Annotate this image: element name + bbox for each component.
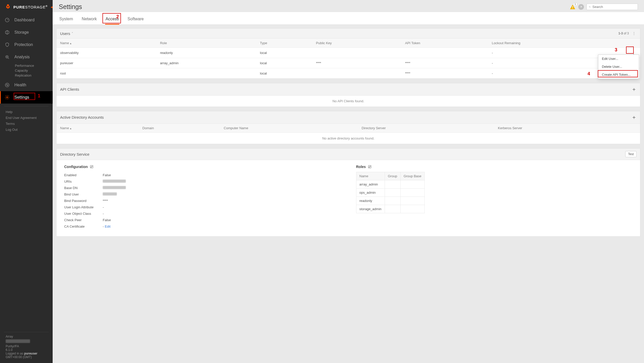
nav-analysis[interactable]: Analysis: [0, 51, 53, 63]
search-box[interactable]: [586, 4, 638, 10]
tab-system[interactable]: System: [59, 15, 73, 24]
array-product: Purity//FA: [6, 345, 47, 348]
api-clients-panel: API Clients ＋ No API Clients found.: [56, 83, 640, 107]
kv-val-redacted: [103, 192, 117, 196]
topbar: Settings 1 ✕: [53, 0, 644, 12]
table-row: array_admin: [356, 180, 425, 189]
svg-rect-5: [572, 6, 573, 8]
nav-storage[interactable]: Storage: [0, 26, 53, 39]
cell-pk: [312, 48, 401, 58]
col-lockout[interactable]: Lockout Remaining: [488, 39, 627, 48]
col-name[interactable]: Name▲: [56, 124, 139, 133]
nav-analysis-subs: Performance Capacity Replication: [0, 63, 53, 79]
users-panel-header: Users ˄ 1-3 of 3 ⋮: [56, 29, 640, 39]
nav-sub-capacity[interactable]: Capacity: [15, 68, 53, 73]
nav-sub-performance[interactable]: Performance: [15, 63, 53, 68]
ca-cert-edit-link[interactable]: Edit: [103, 225, 110, 228]
ds-roles: Roles Name Group Group Base array_admin …: [356, 165, 633, 230]
menu-create-api-token[interactable]: Create API Token... 4: [598, 71, 639, 79]
col-role-groupbase: Group Base: [400, 172, 424, 180]
collapse-caret-icon[interactable]: ˄: [72, 32, 73, 35]
menu-label: Create API Token...: [602, 73, 631, 77]
link-terms[interactable]: Terms: [6, 121, 47, 127]
panel-title: Directory Service: [60, 152, 89, 156]
cell-name: observability: [56, 48, 156, 58]
brand-logo[interactable]: PURESTORAGE® ◀: [0, 0, 53, 14]
search-icon: [589, 5, 591, 9]
search-input[interactable]: [592, 5, 636, 9]
kv-key: Base DN: [64, 186, 103, 190]
alert-icon[interactable]: 1: [570, 4, 576, 10]
users-table: Name▲ Role Type Public Key API Token Loc…: [56, 39, 640, 79]
subheading: Roles: [356, 165, 366, 169]
menu-edit-user[interactable]: Edit User...: [598, 55, 639, 63]
link-logout[interactable]: Log Out: [6, 127, 47, 133]
test-button[interactable]: Test: [625, 151, 637, 157]
panel-title: Users: [60, 31, 70, 36]
edit-icon[interactable]: [90, 165, 93, 169]
col-publickey[interactable]: Public Key: [312, 39, 401, 48]
brand-text: PURESTORAGE®: [13, 5, 48, 9]
col-type[interactable]: Type: [256, 39, 312, 48]
nav-sub-replication[interactable]: Replication: [15, 73, 53, 78]
directory-service-panel: Directory Service Test Configuration Ena…: [56, 148, 640, 237]
panel-more-icon[interactable]: ⋮: [631, 31, 637, 36]
add-api-client-icon[interactable]: ＋: [631, 86, 637, 93]
link-help[interactable]: Help: [6, 109, 47, 115]
table-row: pureuser array_admin local **** **** - ⋮: [56, 58, 640, 68]
cell: readonly: [356, 197, 385, 205]
kv-key: Check Peer: [64, 218, 103, 222]
table-row: root local **** - ⋮: [56, 68, 640, 79]
annotation-num-3: 3: [615, 47, 617, 53]
cell: array_admin: [356, 180, 385, 189]
nav-health[interactable]: Health: [0, 79, 53, 91]
cell-type: local: [256, 48, 312, 58]
cell-token: ****: [402, 68, 488, 79]
table-row: observability readonly local - ⋮ 3 E: [56, 48, 640, 58]
tab-software[interactable]: Software: [127, 15, 144, 24]
nav-protection[interactable]: Protection: [0, 39, 53, 51]
col-dir-server[interactable]: Directory Server: [358, 124, 494, 133]
collapse-caret-icon[interactable]: ◀: [51, 6, 53, 8]
cell-role: readonly: [156, 48, 256, 58]
col-role[interactable]: Role: [156, 39, 256, 48]
col-domain[interactable]: Domain: [139, 124, 220, 133]
kv-val: -: [103, 212, 104, 216]
menu-delete-user[interactable]: Delete User...: [598, 63, 639, 71]
tab-network[interactable]: Network: [81, 15, 97, 24]
col-kerberos[interactable]: Kerberos Server: [494, 124, 631, 133]
main-nav: Dashboard Storage Protection Analysis Pe…: [0, 14, 53, 104]
array-tz: GMT+00:00 (GMT): [6, 355, 47, 359]
sidebar-divider: [4, 106, 49, 106]
nav-dashboard[interactable]: Dashboard: [0, 14, 53, 26]
health-icon: [5, 82, 10, 88]
col-role-name: Name: [356, 172, 385, 180]
kv-key: User Object Class: [64, 212, 103, 216]
ad-accounts-panel: Active Directory Accounts ＋ Name▲ Domain…: [56, 111, 640, 144]
array-name-redacted: [6, 339, 30, 343]
main-region: Settings 1 ✕ System Network Access 2 Sof…: [53, 0, 644, 363]
cell-role: [156, 68, 256, 79]
kv-val: False: [103, 218, 111, 222]
edit-icon[interactable]: [368, 165, 372, 169]
col-computer[interactable]: Computer Name: [220, 124, 358, 133]
col-name[interactable]: Name▲: [56, 39, 156, 48]
gauge-icon: [5, 17, 10, 23]
cell-name: pureuser: [56, 58, 156, 68]
dismiss-icon[interactable]: ✕: [578, 4, 584, 10]
cell-type: local: [256, 68, 312, 79]
kv-key: CA Certificate: [64, 225, 103, 228]
svg-point-7: [589, 6, 590, 7]
api-clients-empty: No API Clients found.: [56, 96, 640, 107]
add-ad-account-icon[interactable]: ＋: [631, 114, 637, 121]
link-eula[interactable]: End User Agreement: [6, 115, 47, 121]
panel-title: Active Directory Accounts: [60, 115, 104, 119]
ad-accounts-empty: No active directory accounts found.: [56, 133, 640, 144]
table-row: ops_admin: [356, 189, 425, 197]
cell-pk: [312, 68, 401, 79]
kv-val-redacted: [103, 186, 126, 189]
annotation-num-4: 4: [588, 71, 590, 77]
col-apitoken[interactable]: API Token: [402, 39, 488, 48]
nav-settings[interactable]: Settings 1: [0, 91, 53, 104]
nav-label: Protection: [14, 42, 33, 47]
